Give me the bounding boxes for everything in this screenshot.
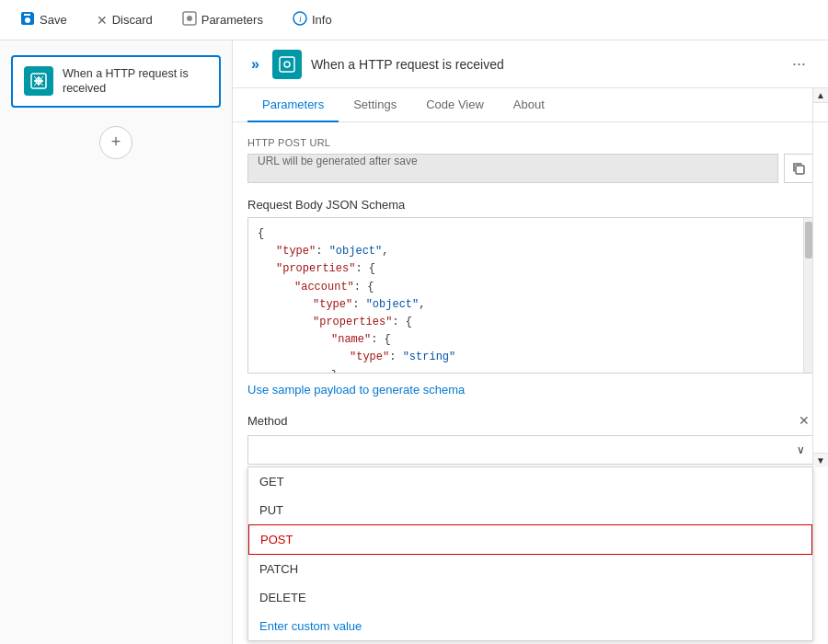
discard-label: Discard [112, 13, 153, 27]
dropdown-item-delete[interactable]: DELETE [248, 583, 812, 612]
url-field-label: HTTP POST URL [247, 137, 813, 148]
tab-codeview[interactable]: Code View [411, 88, 499, 122]
parameters-icon [182, 11, 197, 29]
tabs: Parameters Settings Code View About [233, 88, 828, 122]
scroll-up-button[interactable]: ▲ [813, 88, 828, 103]
dropdown-item-patch[interactable]: PATCH [248, 555, 812, 583]
method-input[interactable] [248, 436, 789, 464]
panel-title: When a HTTP request is received [311, 57, 776, 72]
save-button[interactable]: Save [15, 7, 73, 32]
parameters-button[interactable]: Parameters [177, 7, 269, 32]
svg-point-7 [284, 62, 290, 67]
tab-settings[interactable]: Settings [339, 88, 411, 122]
sidebar: When a HTTP request is received + [0, 40, 233, 644]
right-panel: » When a HTTP request is received ··· Pa… [233, 40, 828, 644]
url-field: URL will be generated after save [247, 154, 813, 183]
header-icon-box [272, 50, 302, 79]
add-step-button[interactable]: + [99, 126, 132, 159]
trigger-icon-box [24, 66, 53, 96]
info-button[interactable]: i Info [287, 7, 338, 32]
discard-icon: ✕ [97, 13, 108, 28]
method-input-wrap: ∨ [247, 435, 813, 465]
dropdown-list: GET PUT POST PATCH DELETE Enter custom v… [247, 466, 813, 641]
url-input: URL will be generated after save [247, 154, 778, 183]
svg-text:i: i [299, 14, 302, 24]
more-button[interactable]: ··· [785, 51, 813, 77]
method-header: Method ✕ [247, 411, 813, 430]
sample-payload-link[interactable]: Use sample payload to generate schema [247, 383, 813, 397]
dropdown-item-get[interactable]: GET [248, 467, 812, 496]
info-label: Info [312, 13, 332, 27]
plus-icon: + [111, 132, 121, 152]
method-section: Method ✕ ∨ GET PUT POST PATCH DELETE Ent… [247, 411, 813, 641]
panel-header: » When a HTTP request is received ··· [233, 40, 828, 88]
scroll-down-button[interactable]: ▼ [813, 453, 828, 467]
trigger-label: When a HTTP request is received [63, 66, 208, 97]
toolbar: Save ✕ Discard Parameters i Info [0, 0, 828, 40]
chevron-down-icon[interactable]: ∨ [789, 443, 812, 456]
method-label: Method [247, 414, 287, 428]
copy-button[interactable] [784, 154, 813, 183]
info-icon: i [293, 11, 307, 29]
tab-about[interactable]: About [499, 88, 559, 122]
discard-button[interactable]: ✕ Discard [91, 9, 158, 31]
method-clear-button[interactable]: ✕ [795, 411, 813, 430]
dropdown-custom-value[interactable]: Enter custom value [248, 612, 812, 640]
dropdown-item-post[interactable]: POST [248, 524, 812, 555]
dropdown-item-put[interactable]: PUT [248, 496, 812, 524]
schema-label: Request Body JSON Schema [247, 198, 813, 212]
scroll-controls: ▲ ▼ [812, 88, 828, 467]
save-icon [20, 11, 35, 29]
svg-point-1 [187, 16, 192, 21]
parameters-label: Parameters [201, 13, 263, 27]
tab-parameters[interactable]: Parameters [247, 88, 339, 122]
panel-content: HTTP POST URL URL will be generated afte… [233, 122, 828, 644]
expand-button[interactable]: » [247, 52, 263, 76]
svg-rect-8 [796, 166, 804, 174]
trigger-card[interactable]: When a HTTP request is received [11, 55, 221, 108]
json-editor[interactable]: { "type": "object", "properties": { "acc… [247, 217, 813, 374]
save-label: Save [40, 13, 67, 27]
svg-rect-6 [280, 57, 294, 72]
main-layout: When a HTTP request is received + » When… [0, 40, 828, 644]
